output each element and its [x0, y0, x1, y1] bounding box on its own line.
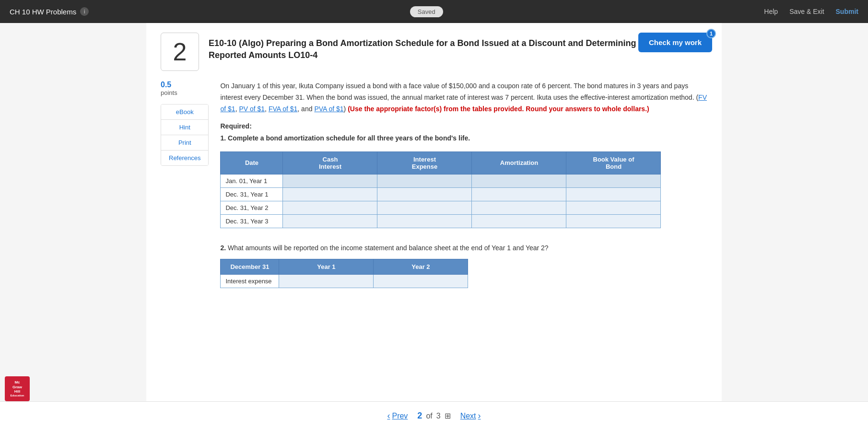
next-label: Next — [460, 412, 476, 420]
check-work-badge: 1 — [706, 29, 716, 38]
logo-line1: Mc — [14, 380, 20, 385]
print-link[interactable]: Print — [161, 135, 208, 151]
col-interest-expense: InterestExpense — [377, 151, 472, 174]
q2-year2-cell[interactable] — [374, 275, 468, 288]
interest-expense-input[interactable] — [382, 177, 467, 185]
problem-text: On January 1 of this year, Ikuta Company… — [220, 81, 707, 115]
book-value-cell[interactable] — [566, 174, 661, 187]
q2-year1-input[interactable] — [284, 278, 368, 285]
page-info: 2 of 3 ⊞ — [417, 411, 450, 421]
fva-link[interactable]: FVA of $1 — [269, 105, 297, 113]
q2-number: 2. — [220, 244, 228, 252]
date-cell: Dec. 31, Year 3 — [221, 214, 283, 228]
required-item-1: 1. Complete a bond amortization schedule… — [220, 133, 707, 143]
interest-expense-cell[interactable] — [377, 201, 472, 214]
cash-interest-input[interactable] — [288, 177, 372, 185]
table-row: Dec. 31, Year 2 — [221, 201, 661, 214]
amortization-cell[interactable] — [472, 187, 566, 201]
cash-interest-input[interactable] — [288, 204, 372, 211]
saved-status: Saved — [410, 8, 443, 15]
nav-right: Help Save & Exit Submit — [764, 8, 858, 15]
interest-expense-cell[interactable] — [377, 187, 472, 201]
references-link[interactable]: References — [161, 151, 208, 165]
course-title: CH 10 HW Problems — [10, 8, 76, 16]
date-cell: Dec. 31, Year 2 — [221, 201, 283, 214]
book-value-cell[interactable] — [566, 187, 661, 201]
prev-label: Prev — [392, 412, 408, 420]
book-value-input[interactable] — [571, 191, 656, 198]
amortization-input[interactable] — [477, 204, 561, 211]
cash-interest-cell[interactable] — [283, 174, 377, 187]
problem-number: 2 — [161, 33, 199, 71]
q2-text: What amounts will be reported on the inc… — [228, 244, 549, 252]
total-pages: 3 — [436, 412, 441, 420]
cash-interest-cell[interactable] — [283, 187, 377, 201]
prev-button[interactable]: ‹ Prev — [387, 411, 408, 421]
q2-label-cell: Interest expense — [221, 275, 279, 288]
book-value-input[interactable] — [571, 204, 656, 211]
amortization-input[interactable] — [477, 177, 561, 185]
logo-line4: Education — [10, 394, 24, 397]
required-label: Required: — [220, 122, 707, 130]
cash-interest-input[interactable] — [288, 191, 372, 198]
col-amortization: Amortization — [472, 151, 566, 174]
book-value-input[interactable] — [571, 177, 656, 185]
points-label: points — [161, 89, 209, 96]
book-value-input[interactable] — [571, 218, 656, 225]
red-instruction: (Use the appropriate factor(s) from the … — [348, 105, 649, 113]
nav-left: CH 10 HW Problems i — [10, 7, 89, 16]
interest-expense-cell[interactable] — [377, 174, 472, 187]
q2-table: December 31 Year 1 Year 2 Interest expen… — [220, 259, 468, 288]
amortization-table: Date CashInterest InterestExpense Amorti… — [220, 151, 661, 228]
table-row: Dec. 31, Year 3 — [221, 214, 661, 228]
q2-year1-cell[interactable] — [279, 275, 374, 288]
interest-expense-input[interactable] — [382, 218, 467, 225]
item1-number: 1. — [220, 134, 228, 142]
help-link[interactable]: Help — [764, 8, 778, 15]
amortization-cell[interactable] — [472, 214, 566, 228]
saved-badge: Saved — [410, 6, 443, 17]
check-work-label: Check my work — [649, 38, 702, 46]
points-value: 0.5 — [161, 81, 209, 89]
info-icon[interactable]: i — [80, 7, 89, 16]
interest-expense-input[interactable] — [382, 191, 467, 198]
book-value-cell[interactable] — [566, 201, 661, 214]
date-cell: Dec. 31, Year 1 — [221, 187, 283, 201]
pva-link[interactable]: PVA of $1 — [314, 105, 343, 113]
logo-line2: Graw — [12, 385, 22, 390]
cash-interest-cell[interactable] — [283, 214, 377, 228]
sidebar: 0.5 points eBook Hint Print References — [161, 81, 209, 288]
interest-expense-input[interactable] — [382, 204, 467, 211]
question-2: 2. What amounts will be reported on the … — [220, 243, 707, 288]
main-container: Check my work 1 2 E10-10 (Algo) Preparin… — [146, 23, 722, 401]
interest-expense-cell[interactable] — [377, 214, 472, 228]
amortization-input[interactable] — [477, 191, 561, 198]
date-cell: Jan. 01, Year 1 — [221, 174, 283, 187]
mcgraw-hill-logo: Mc Graw Hill Education — [5, 376, 30, 401]
book-value-cell[interactable] — [566, 214, 661, 228]
col-date: Date — [221, 151, 283, 174]
main-content: On January 1 of this year, Ikuta Company… — [220, 81, 707, 288]
amortization-cell[interactable] — [472, 174, 566, 187]
q2-col-year1: Year 1 — [279, 259, 374, 275]
save-exit-link[interactable]: Save & Exit — [789, 8, 824, 15]
cash-interest-input[interactable] — [288, 218, 372, 225]
hint-link[interactable]: Hint — [161, 120, 208, 135]
ebook-link[interactable]: eBook — [161, 105, 208, 120]
pv-link[interactable]: PV of $1 — [239, 105, 265, 113]
submit-link[interactable]: Submit — [836, 8, 858, 15]
sidebar-links: eBook Hint Print References — [161, 104, 209, 166]
problem-title: E10-10 (Algo) Preparing a Bond Amortizat… — [209, 37, 640, 61]
q2-year2-input[interactable] — [378, 278, 463, 285]
problem-header: 2 E10-10 (Algo) Preparing a Bond Amortiz… — [161, 33, 707, 71]
logo-line3: Hill — [14, 389, 20, 394]
item1-text: Complete a bond amortization schedule fo… — [228, 134, 470, 142]
amortization-input[interactable] — [477, 218, 561, 225]
cash-interest-cell[interactable] — [283, 201, 377, 214]
next-button[interactable]: Next › — [460, 411, 481, 421]
check-work-button[interactable]: Check my work 1 — [638, 33, 712, 52]
amortization-cell[interactable] — [472, 201, 566, 214]
q2-col-dec31: December 31 — [221, 259, 279, 275]
grid-icon[interactable]: ⊞ — [445, 411, 451, 420]
next-chevron-icon: › — [478, 411, 481, 421]
